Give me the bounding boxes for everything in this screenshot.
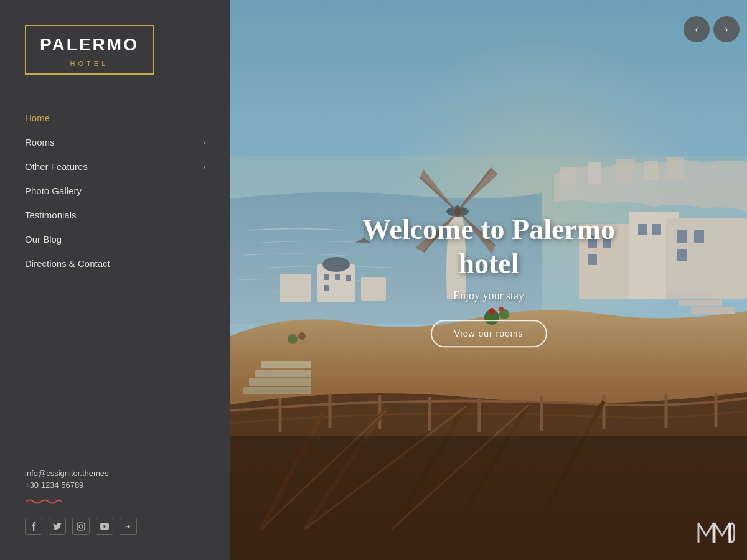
slider-next-button[interactable]: › — [713, 16, 740, 42]
logo-area: PALERMO HOTEL — [0, 0, 230, 93]
sidebar-footer: info@cssigniter.themes +30 1234 56789 ✈ — [0, 450, 230, 560]
hero-content: Welcome to Palermohotel Enjoy your stay … — [362, 212, 615, 347]
nav-item-label: Testimonials — [25, 210, 77, 220]
nav-item-directions-and-contact[interactable]: Directions & Contact — [0, 251, 230, 276]
svg-rect-0 — [77, 523, 85, 530]
youtube-icon[interactable] — [96, 518, 113, 535]
chevron-right-icon: › — [203, 162, 205, 171]
hero-subtitle: Enjoy your stay — [362, 290, 615, 303]
nav-item-label: Rooms — [25, 137, 55, 147]
svg-rect-60 — [230, 436, 747, 560]
nav-item-label: Home — [25, 113, 50, 123]
logo-subtitle: HOTEL — [70, 60, 109, 67]
twitter-icon[interactable] — [49, 518, 66, 535]
nav-item-label: Directions & Contact — [25, 258, 110, 269]
chevron-right-icon: › — [203, 138, 205, 147]
logo-box: PALERMO HOTEL — [25, 25, 154, 75]
logo-title: PALERMO — [40, 35, 139, 55]
watermark-logo — [697, 518, 735, 548]
nav-item-other-features[interactable]: Other Features› — [0, 154, 230, 179]
nav-item-rooms[interactable]: Rooms› — [0, 130, 230, 154]
nav-item-home[interactable]: Home — [0, 106, 230, 130]
facebook-icon[interactable] — [25, 518, 42, 535]
instagram-icon[interactable] — [72, 518, 90, 535]
main-nav: HomeRooms›Other Features›Photo GalleryTe… — [0, 106, 230, 450]
svg-point-2 — [83, 524, 83, 525]
hero-area: Welcome to Palermohotel Enjoy your stay … — [230, 0, 747, 560]
nav-item-our-blog[interactable]: Our Blog — [0, 227, 230, 251]
tripadvisor-icon[interactable]: ✈ — [120, 518, 137, 535]
nav-item-label: Photo Gallery — [25, 185, 82, 196]
nav-item-testimonials[interactable]: Testimonials — [0, 203, 230, 227]
nav-item-label: Our Blog — [25, 234, 62, 245]
nav-item-photo-gallery[interactable]: Photo Gallery — [0, 179, 230, 203]
svg-point-61 — [730, 523, 735, 542]
view-rooms-button[interactable]: View our rooms — [430, 320, 547, 348]
footer-email: info@cssigniter.themes — [25, 469, 205, 478]
hero-title: Welcome to Palermohotel — [362, 212, 615, 281]
svg-point-1 — [79, 525, 83, 528]
footer-phone: +30 1234 56789 — [25, 480, 205, 490]
slider-prev-button[interactable]: ‹ — [684, 16, 710, 42]
sidebar: PALERMO HOTEL HomeRooms›Other Features›P… — [0, 0, 230, 560]
nav-item-label: Other Features — [25, 161, 88, 172]
footer-squiggle-decoration — [25, 496, 205, 509]
social-icons-bar: ✈ — [25, 518, 205, 535]
